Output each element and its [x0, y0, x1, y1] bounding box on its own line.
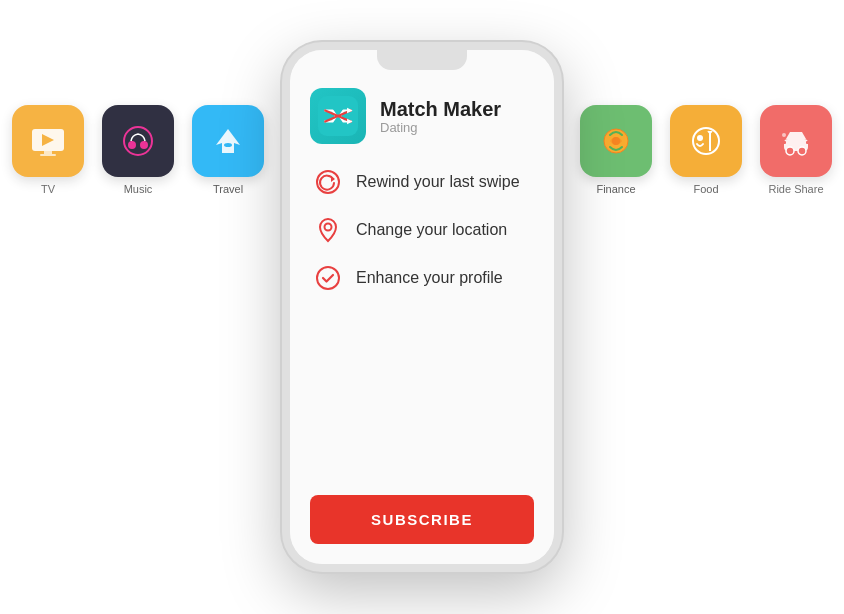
app-icon-matchmaker	[310, 88, 366, 144]
app-subtitle: Dating	[380, 120, 501, 135]
rewind-icon	[314, 168, 342, 196]
svg-point-17	[798, 147, 806, 155]
tv-label: TV	[41, 183, 55, 195]
location-icon	[314, 216, 342, 244]
svg-point-11	[612, 137, 620, 145]
svg-point-9	[224, 143, 232, 147]
svg-point-28	[325, 224, 332, 231]
food-label: Food	[693, 183, 718, 195]
app-icon-tv: TV	[12, 105, 84, 195]
location-text: Change your location	[356, 221, 507, 239]
music-label: Music	[124, 183, 153, 195]
svg-rect-19	[806, 141, 810, 144]
ride-label: Ride Share	[768, 183, 823, 195]
profile-text: Enhance your profile	[356, 269, 503, 287]
svg-rect-7	[131, 141, 133, 145]
svg-rect-18	[782, 141, 786, 144]
feature-profile: Enhance your profile	[314, 264, 534, 292]
svg-point-29	[317, 267, 339, 289]
finance-label: Finance	[596, 183, 635, 195]
phone-notch	[377, 50, 467, 70]
scene: TV Music Trave	[0, 0, 844, 614]
phone-screen: Match Maker Dating	[290, 50, 554, 564]
app-header: Match Maker Dating	[310, 88, 534, 144]
rewind-text: Rewind your last swipe	[356, 173, 520, 191]
svg-point-12	[693, 128, 719, 154]
svg-rect-1	[44, 151, 52, 154]
app-icon-travel: Travel	[192, 105, 264, 195]
svg-point-13	[697, 135, 703, 141]
phone-shell: Match Maker Dating	[282, 42, 562, 572]
app-name-group: Match Maker Dating	[380, 98, 501, 135]
app-name: Match Maker	[380, 98, 501, 120]
svg-point-4	[124, 127, 152, 155]
svg-point-16	[786, 147, 794, 155]
subscribe-button[interactable]: SUBSCRIBE	[310, 495, 534, 544]
feature-location: Change your location	[314, 216, 534, 244]
svg-marker-27	[331, 176, 335, 182]
svg-point-20	[782, 133, 786, 137]
app-icon-ride: Ride Share	[760, 105, 832, 195]
app-icon-music: Music	[102, 105, 174, 195]
feature-rewind: Rewind your last swipe	[314, 168, 534, 196]
app-icon-finance: Finance	[580, 105, 652, 195]
phone-container: Match Maker Dating	[282, 42, 562, 572]
app-icon-food: Food	[670, 105, 742, 195]
svg-rect-8	[143, 141, 145, 145]
travel-label: Travel	[213, 183, 243, 195]
feature-list: Rewind your last swipe Change your locat…	[310, 168, 534, 292]
check-icon	[314, 264, 342, 292]
svg-rect-2	[40, 154, 56, 156]
